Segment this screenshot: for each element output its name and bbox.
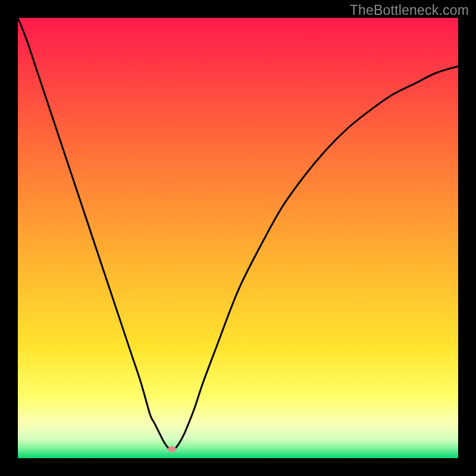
optimum-marker [168, 446, 176, 452]
chart-curve [18, 18, 458, 458]
watermark-text: TheBottleneck.com [350, 2, 469, 18]
chart-frame [18, 18, 458, 458]
